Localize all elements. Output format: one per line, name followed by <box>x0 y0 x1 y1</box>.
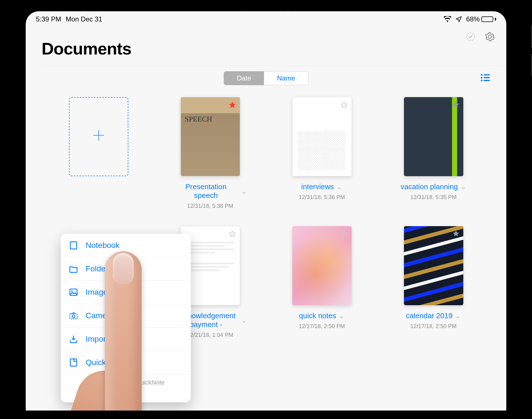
popover-item-label: Folder <box>86 264 108 273</box>
svg-rect-7 <box>70 242 77 249</box>
document-title-row[interactable]: vacation planning ⌄ <box>401 182 466 191</box>
image-icon <box>68 287 79 298</box>
document-thumb[interactable] <box>404 97 463 176</box>
document-title: quick notes <box>299 311 336 320</box>
popover-item-quicknote[interactable]: QuickNote <box>61 351 191 374</box>
document-thumb[interactable] <box>292 226 352 305</box>
popover-item-camera[interactable]: Camera <box>61 304 191 328</box>
document-title: vacation planning <box>401 182 458 191</box>
svg-point-10 <box>71 290 73 292</box>
list-view-toggle[interactable] <box>480 73 490 83</box>
popover-partial-time: 4:5 <box>68 389 183 395</box>
document-title: Presentation speech <box>174 182 239 200</box>
chevron-down-icon: ⌄ <box>336 182 342 191</box>
chevron-down-icon: ⌄ <box>460 182 466 191</box>
document-title-row[interactable]: quick notes ⌄ <box>299 311 345 320</box>
document-thumb[interactable] <box>404 226 463 305</box>
popover-item-image[interactable]: Image <box>61 281 191 304</box>
document-date: 12/31/18, 5:36 PM <box>299 194 345 200</box>
page-title: Documents <box>42 39 490 58</box>
chevron-down-icon: ⌄ <box>455 311 461 320</box>
quicknote-icon <box>68 357 79 368</box>
document-date: 12/21/18, 1:04 PM <box>187 332 233 338</box>
location-icon <box>455 16 462 23</box>
popover-item-label: Camera <box>86 311 114 320</box>
svg-rect-4 <box>484 77 490 78</box>
hardware-volume-down <box>531 54 532 76</box>
popover-hint: Double tap ＋ for QuickNote 4:5 <box>61 374 191 402</box>
status-bar: 5:39 PM Mon Dec 31 68% <box>26 11 506 25</box>
document-date: 12/17/18, 2:50 PM <box>299 323 345 329</box>
sort-name-button[interactable]: Name <box>264 71 308 85</box>
create-popover: Notebook Folder Image Camera Import <box>61 234 191 402</box>
page-header: Documents <box>26 25 506 58</box>
popover-item-import[interactable]: Import <box>61 328 191 351</box>
sort-date-button[interactable]: Date <box>224 71 264 85</box>
svg-rect-11 <box>70 314 77 319</box>
create-new-button[interactable] <box>69 97 128 176</box>
star-icon[interactable] <box>452 230 460 237</box>
document-date: 12/31/18, 5:38 PM <box>187 203 233 209</box>
status-date: Mon Dec 31 <box>66 15 102 23</box>
document-title: interviews <box>301 182 334 191</box>
svg-point-5 <box>481 80 483 81</box>
star-icon[interactable] <box>452 101 460 108</box>
cover-label: SPEECH <box>181 113 240 125</box>
svg-rect-9 <box>70 289 77 296</box>
document-title-row[interactable]: calendar 2019 ⌄ <box>406 311 461 320</box>
popover-item-label: Notebook <box>86 241 120 250</box>
svg-point-3 <box>481 77 483 78</box>
document-title-row[interactable]: Presentation speech ⌄ <box>174 182 247 200</box>
folder-icon <box>68 263 79 274</box>
svg-point-1 <box>481 74 483 76</box>
settings-button[interactable] <box>485 32 495 42</box>
status-time: 5:39 PM <box>36 15 61 23</box>
star-icon[interactable] <box>228 101 236 109</box>
popover-item-notebook[interactable]: Notebook <box>61 234 191 257</box>
select-button[interactable] <box>466 32 476 42</box>
popover-item-label: QuickNote <box>86 358 123 367</box>
document-date: 12/31/18, 5:35 PM <box>410 194 457 200</box>
star-icon[interactable] <box>340 101 348 109</box>
popover-item-label: Image <box>86 288 108 297</box>
svg-rect-6 <box>484 80 490 81</box>
battery-icon <box>481 16 493 22</box>
sort-segmented-control: Date Name <box>224 71 309 85</box>
plus-icon <box>92 129 105 145</box>
document-title-row[interactable]: interviews ⌄ <box>301 182 343 191</box>
battery-indicator: 68% <box>466 15 496 23</box>
popover-item-folder[interactable]: Folder <box>61 257 191 281</box>
document-thumb[interactable] <box>292 97 352 176</box>
hardware-volume-up <box>531 25 532 48</box>
document-date: 12/17/18, 2:50 PM <box>410 323 457 329</box>
popover-item-label: Import <box>86 335 108 344</box>
screen: 5:39 PM Mon Dec 31 68% <box>26 11 506 411</box>
svg-rect-2 <box>484 74 490 75</box>
star-icon[interactable] <box>340 230 348 237</box>
wifi-icon <box>444 16 451 22</box>
svg-rect-8 <box>72 242 72 249</box>
chevron-down-icon: ⌄ <box>241 187 247 196</box>
notebook-icon <box>68 240 79 251</box>
svg-point-12 <box>72 315 75 318</box>
document-title: calendar 2019 <box>406 311 453 320</box>
battery-pct: 68% <box>466 15 480 23</box>
import-icon <box>68 334 79 344</box>
star-icon[interactable] <box>228 230 236 238</box>
document-thumb[interactable]: SPEECH <box>181 97 240 176</box>
camera-icon <box>68 310 79 321</box>
chevron-down-icon: ⌄ <box>338 311 345 320</box>
chevron-down-icon: ⌄ <box>241 316 247 325</box>
